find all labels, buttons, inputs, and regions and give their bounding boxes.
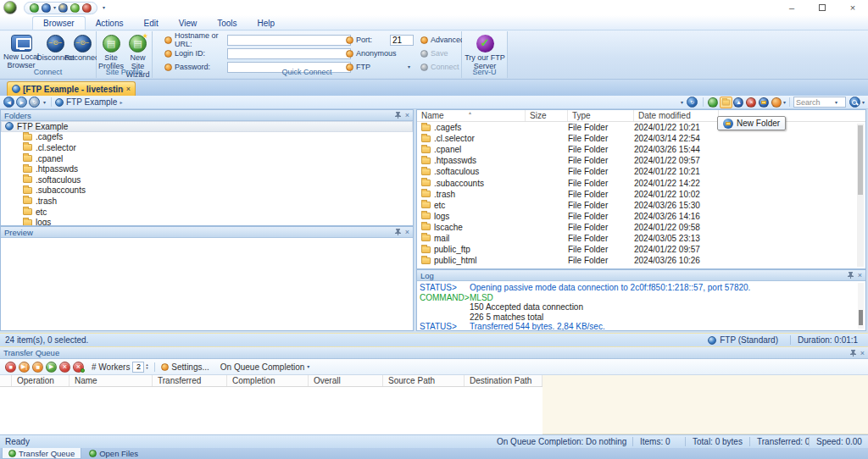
search-button[interactable]: [849, 97, 860, 108]
tree-folder-item[interactable]: .htpasswds: [1, 163, 413, 174]
history-button[interactable]: ↻: [29, 97, 40, 108]
close-icon[interactable]: ×: [405, 228, 409, 236]
minimize-button[interactable]: –: [776, 0, 807, 15]
root-folder-button[interactable]: [707, 97, 720, 108]
search-caret[interactable]: ▾: [835, 100, 837, 105]
file-row[interactable]: mail File Folder 2024/03/05 23:13: [417, 233, 865, 244]
login-id-input[interactable]: [227, 48, 351, 59]
tree-folder-item[interactable]: .cpanel: [1, 153, 413, 164]
reconnect-button[interactable]: −⊙− Reconnect: [70, 35, 96, 63]
file-row[interactable]: public_ftp File Folder 2024/01/22 09:57: [417, 244, 865, 255]
spin-down-icon[interactable]: ▼: [145, 367, 148, 370]
try-ftp-server-button[interactable]: ✓ Try our FTP Server: [464, 35, 506, 71]
document-tab[interactable]: [FTP Example - livetestingd... ×: [7, 81, 136, 96]
file-list-scrollbar[interactable]: [857, 124, 864, 267]
up-folder-button[interactable]: ▲: [732, 97, 745, 108]
scrollbar-thumb[interactable]: [858, 125, 863, 195]
tab-transfer-queue[interactable]: Transfer Queue: [2, 448, 81, 459]
advanced-button[interactable]: Advanced: [420, 34, 465, 46]
column-header[interactable]: Overall: [309, 375, 383, 386]
pin-icon[interactable]: [395, 112, 401, 119]
column-header[interactable]: Operation: [12, 375, 70, 386]
tab-actions[interactable]: Actions: [86, 17, 134, 30]
file-row[interactable]: .cpanel File Folder 2024/03/26 15:44: [417, 144, 865, 155]
tab-close-icon[interactable]: ×: [126, 85, 131, 93]
connect-icon[interactable]: [30, 3, 39, 13]
file-row[interactable]: logs File Folder 2024/03/26 14:16: [417, 211, 865, 222]
close-icon[interactable]: ×: [858, 271, 862, 279]
tab-browser[interactable]: Browser: [32, 16, 86, 30]
file-row[interactable]: public_html File Folder 2024/03/26 10:26: [417, 255, 865, 266]
log-scrollbar[interactable]: [858, 283, 864, 329]
search-input[interactable]: [796, 98, 835, 107]
settings-button[interactable]: Settings...: [171, 362, 209, 372]
tab-open-files[interactable]: Open Files: [83, 448, 144, 459]
close-icon[interactable]: ×: [405, 111, 409, 119]
new-local-browser-button[interactable]: New Local Browser: [2, 35, 41, 70]
file-row[interactable]: etc File Folder 2024/03/26 15:30: [417, 200, 865, 211]
tab-help[interactable]: Help: [248, 17, 286, 30]
column-header[interactable]: Transferred: [153, 375, 227, 386]
customize-toolbar-caret[interactable]: ▾: [103, 5, 105, 10]
column-header[interactable]: Type: [568, 110, 634, 121]
disconnect-icon[interactable]: [82, 3, 92, 13]
file-row[interactable]: .subaccounts File Folder 2024/01/22 14:2…: [417, 177, 865, 188]
column-header[interactable]: Source Path: [383, 375, 465, 386]
column-header[interactable]: Name: [70, 375, 153, 386]
file-row[interactable]: lscache File Folder 2024/01/22 09:58: [417, 222, 865, 233]
address-caret[interactable]: ▾: [681, 100, 683, 105]
save-button[interactable]: Save: [420, 47, 448, 59]
on-queue-completion-caret[interactable]: ▾: [307, 364, 309, 369]
tree-folder-item[interactable]: logs: [1, 217, 413, 226]
delete-button[interactable]: ×: [745, 97, 758, 108]
back-button[interactable]: ◀: [3, 97, 14, 108]
port-input[interactable]: [390, 35, 414, 46]
stop-icon[interactable]: ■: [5, 362, 16, 373]
settings-icon[interactable]: [58, 3, 68, 13]
workers-input[interactable]: [132, 362, 144, 373]
folder-options-button[interactable]: [771, 97, 783, 108]
file-row[interactable]: .trash File Folder 2024/01/22 10:02: [417, 189, 865, 200]
remove-icon[interactable]: ×: [73, 362, 84, 373]
tree-folder-item[interactable]: .subaccounts: [1, 185, 413, 196]
file-row[interactable]: .softaculous File Folder 2024/01/22 10:2…: [417, 166, 865, 177]
pin-icon[interactable]: [850, 350, 856, 357]
chevron-down-icon[interactable]: ▾: [53, 5, 56, 10]
scrollbar-thumb[interactable]: [859, 310, 863, 325]
tree-folder-item[interactable]: .softaculous: [1, 174, 413, 185]
anonymous-button[interactable]: Anonymous: [346, 47, 397, 59]
tree-folder-item[interactable]: .cagefs: [1, 132, 413, 143]
file-row[interactable]: .htpasswds File Folder 2024/01/22 09:57: [417, 155, 865, 166]
refresh-button[interactable]: ↻: [687, 97, 698, 108]
tree-folder-item[interactable]: etc: [1, 207, 413, 218]
breadcrumb-arrow-icon[interactable]: ▸: [120, 100, 122, 105]
column-header[interactable]: Date modified: [634, 110, 719, 121]
pause-icon[interactable]: ▮▮: [32, 362, 43, 373]
tree-root-item[interactable]: FTP Example: [1, 121, 413, 132]
start-icon[interactable]: ▶: [46, 362, 57, 373]
on-queue-completion-dropdown[interactable]: On Queue Completion: [220, 362, 305, 372]
forward-button[interactable]: ▶: [16, 97, 27, 108]
app-logo-icon[interactable]: [3, 1, 17, 14]
close-icon[interactable]: ×: [860, 349, 865, 357]
show-folders-button[interactable]: [720, 97, 732, 108]
column-header[interactable]: Size: [526, 110, 568, 121]
pin-icon[interactable]: [848, 272, 854, 279]
hostname-input[interactable]: [227, 35, 351, 46]
tree-folder-item[interactable]: .trash: [1, 196, 413, 207]
tree-folder-item[interactable]: .cl.selector: [1, 142, 413, 153]
maximize-button[interactable]: [807, 0, 837, 15]
tab-edit[interactable]: Edit: [133, 17, 168, 30]
site-profiles-icon[interactable]: [42, 3, 51, 13]
new-folder-button[interactable]: [758, 97, 771, 108]
skip-icon[interactable]: ▶|: [19, 362, 30, 373]
column-header[interactable]: Completion: [227, 375, 309, 386]
tab-tools[interactable]: Tools: [207, 17, 247, 30]
site-profiles-button[interactable]: ▤ Site Profiles: [98, 35, 124, 71]
transfer-icon[interactable]: [70, 3, 80, 13]
column-header[interactable]: Destination Path: [465, 375, 542, 386]
file-row[interactable]: .cl.selector File Folder 2024/03/14 22:5…: [417, 133, 865, 144]
cancel-icon[interactable]: ×: [59, 362, 70, 373]
breadcrumb[interactable]: FTP Example: [66, 97, 117, 107]
file-row[interactable]: .cagefs File Folder 2024/01/22 10:21: [417, 122, 865, 133]
